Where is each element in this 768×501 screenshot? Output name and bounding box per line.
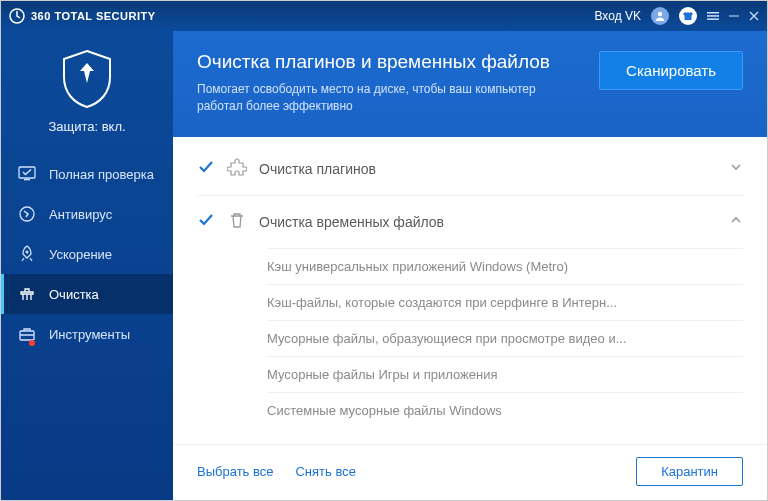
nav-label: Полная проверка bbox=[49, 167, 154, 182]
chevron-up-icon bbox=[729, 213, 743, 231]
list-item[interactable]: Кэш универсальных приложений Windows (Me… bbox=[267, 248, 743, 284]
scan-button[interactable]: Сканировать bbox=[599, 51, 743, 90]
section-temp-files: Очистка временных файлов Кэш универсальн… bbox=[197, 196, 743, 434]
nav-label: Антивирус bbox=[49, 207, 112, 222]
nav-speedup[interactable]: Ускорение bbox=[1, 234, 173, 274]
notification-dot-icon bbox=[29, 340, 35, 346]
logo-icon bbox=[9, 8, 25, 24]
deselect-all-link[interactable]: Снять все bbox=[295, 464, 355, 479]
list-item[interactable]: Мусорные файлы, образующиеся при просмот… bbox=[267, 320, 743, 356]
svg-point-1 bbox=[658, 12, 662, 16]
footer: Выбрать все Снять все Карантин bbox=[173, 444, 767, 500]
page-subtitle: Помогает освободить место на диске, чтоб… bbox=[197, 81, 537, 115]
login-link[interactable]: Вход VK bbox=[595, 9, 642, 23]
nav-label: Ускорение bbox=[49, 247, 112, 262]
svg-rect-5 bbox=[729, 16, 739, 17]
content: Очистка плагинов Очистка временных файло… bbox=[173, 137, 767, 444]
protection-label: Защита: вкл. bbox=[48, 119, 125, 134]
svg-rect-7 bbox=[24, 179, 30, 180]
app-window: 360 TOTAL SECURITY Вход VK bbox=[0, 0, 768, 501]
shield-icon bbox=[60, 49, 114, 109]
main: Очистка плагинов и временных файлов Помо… bbox=[173, 31, 767, 500]
nav-label: Инструменты bbox=[49, 327, 130, 342]
chevron-down-icon bbox=[729, 160, 743, 178]
section-header-plugins[interactable]: Очистка плагинов bbox=[197, 143, 743, 195]
check-icon bbox=[197, 158, 215, 180]
nav-label: Очистка bbox=[49, 287, 99, 302]
check-icon bbox=[197, 211, 215, 233]
user-avatar-icon[interactable] bbox=[651, 7, 669, 25]
section-header-temp-files[interactable]: Очистка временных файлов bbox=[197, 196, 743, 248]
product-logo: 360 TOTAL SECURITY bbox=[9, 8, 156, 24]
antivirus-icon bbox=[17, 204, 37, 224]
nav-tools[interactable]: Инструменты bbox=[1, 314, 173, 354]
section-title: Очистка плагинов bbox=[259, 161, 376, 177]
protection-status[interactable]: Защита: вкл. bbox=[1, 31, 173, 154]
svg-rect-4 bbox=[707, 18, 719, 20]
section-title: Очистка временных файлов bbox=[259, 214, 444, 230]
rocket-icon bbox=[17, 244, 37, 264]
nav-full-scan[interactable]: Полная проверка bbox=[1, 154, 173, 194]
section-plugins: Очистка плагинов bbox=[197, 143, 743, 196]
theme-icon[interactable] bbox=[679, 7, 697, 25]
broom-icon bbox=[17, 284, 37, 304]
product-name: 360 TOTAL SECURITY bbox=[31, 10, 156, 22]
page-header: Очистка плагинов и временных файлов Помо… bbox=[173, 31, 767, 137]
trash-icon bbox=[227, 210, 247, 234]
minimize-icon[interactable] bbox=[729, 11, 739, 21]
close-icon[interactable] bbox=[749, 11, 759, 21]
section-body-temp-files: Кэш универсальных приложений Windows (Me… bbox=[197, 248, 743, 434]
list-item[interactable]: Мусорные файлы Игры и приложения bbox=[267, 356, 743, 392]
nav-antivirus[interactable]: Антивирус bbox=[1, 194, 173, 234]
nav-cleanup[interactable]: Очистка bbox=[1, 274, 173, 314]
quarantine-button[interactable]: Карантин bbox=[636, 457, 743, 486]
page-title: Очистка плагинов и временных файлов bbox=[197, 51, 550, 73]
puzzle-icon bbox=[227, 157, 247, 181]
sidebar: Защита: вкл. Полная проверка Антивирус У… bbox=[1, 31, 173, 500]
select-all-link[interactable]: Выбрать все bbox=[197, 464, 273, 479]
nav: Полная проверка Антивирус Ускорение Очис… bbox=[1, 154, 173, 354]
list-item[interactable]: Кэш-файлы, которые создаются при серфинг… bbox=[267, 284, 743, 320]
titlebar: 360 TOTAL SECURITY Вход VK bbox=[1, 1, 767, 31]
menu-icon[interactable] bbox=[707, 10, 719, 22]
svg-rect-3 bbox=[707, 15, 719, 17]
monitor-check-icon bbox=[17, 164, 37, 184]
svg-rect-2 bbox=[707, 12, 719, 14]
svg-point-9 bbox=[26, 251, 29, 254]
list-item[interactable]: Системные мусорные файлы Windows bbox=[267, 392, 743, 428]
